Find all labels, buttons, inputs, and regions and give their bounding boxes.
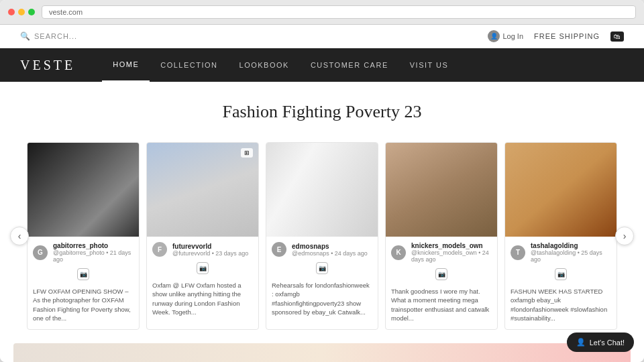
card-user-info: futurevvorld @futurevvorld • 23 days ago — [172, 243, 248, 257]
bottom-promo — [13, 343, 631, 362]
nav-link-visit-us[interactable]: VISIT US — [399, 48, 460, 82]
card-username: gabitorres_photo — [53, 242, 133, 249]
instagram-icon: 📷 — [555, 268, 567, 280]
nav-link-home[interactable]: HOME — [102, 48, 150, 82]
top-bar: 🔍 SEARCH... 👤 Log In FREE SHIPPING 🛍 — [0, 25, 644, 48]
card-user-info: edmosnaps @edmosnaps • 24 days ago — [292, 243, 368, 257]
nav-link-lookbook[interactable]: LOOKBOOK — [229, 48, 300, 82]
carousel: ‹ G gabitorres_photo @gabitorres_photo •… — [13, 142, 631, 330]
instagram-icon: 📷 — [197, 262, 209, 274]
minimize-dot[interactable] — [18, 9, 25, 15]
user-icon: 👤 — [488, 30, 500, 42]
card-handle: @tashalagolding • 25 days ago — [531, 249, 611, 263]
card-handle: @knickers_models_own • 24 days ago — [411, 249, 492, 263]
card-image — [386, 143, 497, 237]
card-avatar-row: T tashalagolding @tashalagolding • 25 da… — [505, 237, 616, 265]
instagram-icon: 📷 — [435, 268, 447, 280]
cart-icon[interactable]: 🛍 — [610, 32, 624, 42]
card-avatar: F — [152, 242, 167, 257]
cards-wrapper: G gabitorres_photo @gabitorres_photo • 2… — [13, 142, 631, 330]
card-instagram-area[interactable]: 📷 — [505, 265, 616, 283]
card-avatar-row: F futurevvorld @futurevvorld • 23 days a… — [147, 237, 258, 259]
search-label[interactable]: SEARCH... — [34, 32, 77, 40]
card-item[interactable]: ⊞ F futurevvorld @futurevvorld • 23 days… — [146, 142, 259, 330]
card-username: futurevvorld — [172, 243, 248, 250]
card-username: knickers_models_own — [411, 242, 492, 249]
carousel-left-arrow[interactable]: ‹ — [10, 227, 29, 245]
card-avatar: K — [391, 245, 406, 260]
close-dot[interactable] — [8, 9, 15, 15]
card-text: Oxfam @ LFW Oxfam hosted a show unlike a… — [147, 277, 258, 323]
instagram-icon: 📷 — [77, 268, 89, 280]
card-avatar-row: E edmosnaps @edmosnaps • 24 days ago — [266, 237, 378, 259]
browser-dots — [8, 9, 35, 15]
nav-bar: VESTE HOME COLLECTION LOOKBOOK CUSTOMER … — [0, 48, 644, 82]
card-image — [28, 143, 139, 237]
card-handle: @futurevvorld • 23 days ago — [172, 250, 248, 257]
card-instagram-area[interactable]: 📷 — [147, 259, 258, 277]
card-image — [266, 143, 378, 237]
login-label[interactable]: Log In — [502, 32, 523, 40]
nav-link-collection[interactable]: COLLECTION — [150, 48, 228, 82]
card-image — [505, 143, 616, 237]
maximize-dot[interactable] — [28, 9, 35, 15]
card-avatar-row: G gabitorres_photo @gabitorres_photo • 2… — [28, 237, 139, 265]
card-instagram-area[interactable]: 📷 — [386, 265, 497, 283]
chat-button[interactable]: 👤 Let's Chat! — [567, 333, 634, 352]
card-avatar: T — [511, 245, 525, 260]
chat-icon: 👤 — [576, 338, 586, 347]
card-item[interactable]: T tashalagolding @tashalagolding • 25 da… — [504, 142, 617, 330]
card-text: Thank goodness I wore my hat. What a mom… — [386, 283, 497, 329]
card-text: Rehearsals for londonfashionweek : oxfam… — [266, 277, 378, 323]
card-user-info: knickers_models_own @knickers_models_own… — [411, 242, 492, 263]
card-username: edmosnaps — [292, 243, 368, 250]
search-area[interactable]: 🔍 SEARCH... — [20, 32, 77, 41]
card-instagram-area[interactable]: 📷 — [266, 259, 378, 277]
nav-link-customer-care[interactable]: CUSTOMER CARE — [300, 48, 399, 82]
chat-label: Let's Chat! — [590, 339, 625, 347]
card-image-wrap: ⊞ — [147, 143, 258, 237]
main-content: Fashion Fighting Poverty 23 ‹ G gabitorr… — [0, 82, 644, 362]
card-badge: ⊞ — [241, 148, 253, 158]
card-image-wrap — [505, 143, 616, 237]
card-avatar: G — [33, 245, 48, 260]
search-icon: 🔍 — [20, 32, 30, 41]
card-avatar: E — [272, 242, 286, 257]
card-item[interactable]: E edmosnaps @edmosnaps • 24 days ago 📷 R… — [266, 142, 378, 330]
card-handle: @gabitorres_photo • 21 days ago — [53, 249, 133, 263]
card-avatar-row: K knickers_models_own @knickers_models_o… — [386, 237, 497, 265]
login-area[interactable]: 👤 Log In — [488, 30, 523, 42]
browser-window: veste.com 🔍 SEARCH... 👤 Log In FREE SHIP… — [0, 0, 644, 362]
card-item[interactable]: K knickers_models_own @knickers_models_o… — [385, 142, 498, 330]
nav-links: HOME COLLECTION LOOKBOOK CUSTOMER CARE V… — [102, 48, 459, 82]
carousel-right-arrow[interactable]: › — [615, 227, 634, 245]
address-bar[interactable]: veste.com — [42, 5, 636, 19]
top-bar-right: 👤 Log In FREE SHIPPING 🛍 — [488, 30, 624, 42]
card-image-wrap — [266, 143, 378, 237]
card-text: FASHUN WEEK HAS STARTED oxfamgb ebay_uk … — [505, 283, 616, 329]
card-text: LFW OXFAM OPENING SHOW – As the photogra… — [28, 283, 139, 329]
page-title: Fashion Fighting Poverty 23 — [13, 102, 631, 122]
card-handle: @edmosnaps • 24 days ago — [292, 250, 368, 257]
card-user-info: gabitorres_photo @gabitorres_photo • 21 … — [53, 242, 133, 263]
instagram-icon: 📷 — [316, 262, 328, 274]
browser-chrome: veste.com — [0, 0, 644, 25]
card-item[interactable]: G gabitorres_photo @gabitorres_photo • 2… — [27, 142, 140, 330]
card-username: tashalagolding — [531, 242, 611, 249]
card-user-info: tashalagolding @tashalagolding • 25 days… — [531, 242, 611, 263]
free-shipping-label: FREE SHIPPING — [534, 32, 600, 40]
card-image-wrap — [386, 143, 497, 237]
card-image-wrap — [28, 143, 139, 237]
card-instagram-area[interactable]: 📷 — [28, 265, 139, 283]
page-content: 🔍 SEARCH... 👤 Log In FREE SHIPPING 🛍 VES… — [0, 25, 644, 362]
site-logo[interactable]: VESTE — [20, 58, 75, 73]
